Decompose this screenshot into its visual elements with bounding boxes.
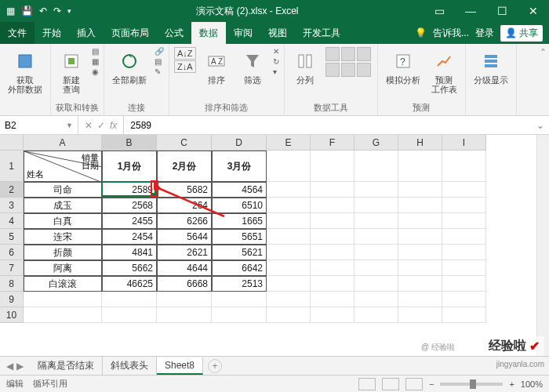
new-query-button[interactable]: 新建 查询 — [56, 47, 87, 96]
cell[interactable]: 司命 — [24, 182, 102, 198]
cell[interactable]: 5682 — [157, 182, 212, 198]
cell[interactable]: 2月份 — [157, 151, 212, 182]
text-to-columns-button[interactable]: 分列 — [289, 47, 321, 86]
relationships-icon[interactable] — [341, 63, 355, 77]
cell[interactable] — [311, 198, 354, 213]
cell[interactable] — [267, 276, 311, 292]
cell[interactable] — [442, 260, 486, 276]
cell[interactable]: 4564 — [212, 182, 267, 198]
cell[interactable] — [442, 151, 486, 182]
cell[interactable] — [311, 276, 354, 292]
tab-formulas[interactable]: 公式 — [157, 22, 191, 44]
fx-icon[interactable]: fx — [110, 120, 117, 131]
cell[interactable] — [311, 292, 354, 307]
tab-view[interactable]: 视图 — [260, 22, 295, 44]
close-icon[interactable]: ✕ — [518, 0, 549, 22]
sheet-tab-0[interactable]: 隔离是否结束 — [30, 357, 103, 375]
view-pagebreak-icon[interactable] — [405, 378, 423, 390]
zoom-out-icon[interactable]: − — [429, 379, 434, 389]
cell[interactable]: 2621 — [157, 245, 212, 260]
from-table-icon[interactable]: ▦ — [92, 57, 99, 66]
connections-icon[interactable]: 🔗 — [155, 47, 164, 56]
cell[interactable] — [354, 307, 398, 323]
edit-links-icon[interactable]: ✎ — [155, 67, 164, 76]
tab-review[interactable]: 审阅 — [226, 22, 260, 44]
cell[interactable] — [354, 213, 398, 229]
cell[interactable] — [398, 182, 442, 198]
cell[interactable] — [398, 229, 442, 245]
cell[interactable]: 2454 — [102, 229, 157, 245]
cell[interactable]: 5662 — [102, 260, 157, 276]
flash-fill-icon[interactable] — [325, 47, 340, 61]
cell[interactable] — [311, 213, 354, 229]
cell[interactable]: 2589 — [102, 182, 157, 198]
col-header-H[interactable]: H — [398, 135, 442, 151]
row-header-8[interactable]: 8 — [0, 276, 24, 292]
cell[interactable] — [442, 276, 486, 292]
cell[interactable] — [311, 229, 354, 245]
advanced-icon[interactable]: ▾ — [273, 67, 279, 76]
expand-formula-icon[interactable]: ⌄ — [532, 120, 549, 131]
cancel-icon[interactable]: ✕ — [85, 120, 93, 131]
col-header-G[interactable]: G — [354, 135, 398, 151]
tab-next-icon[interactable]: ▶ — [16, 361, 24, 372]
col-header-B[interactable]: B — [102, 135, 157, 151]
cell[interactable] — [311, 151, 354, 182]
sort-button[interactable]: A Z 排序 — [201, 47, 232, 86]
ribbon-options-icon[interactable]: ▭ — [424, 0, 455, 22]
validation-icon[interactable] — [357, 47, 371, 61]
recent-sources-icon[interactable]: ◉ — [92, 67, 99, 76]
cell[interactable] — [267, 260, 311, 276]
filter-button[interactable]: 筛选 — [237, 47, 268, 86]
row-header-10[interactable]: 10 — [0, 307, 24, 323]
clear-filter-icon[interactable]: ✕ — [273, 47, 279, 56]
tab-home[interactable]: 开始 — [35, 22, 69, 44]
consolidate-icon[interactable] — [325, 63, 340, 77]
cell[interactable] — [24, 307, 102, 323]
cell[interactable]: 5651 — [212, 229, 267, 245]
row-header-7[interactable]: 7 — [0, 260, 24, 276]
tab-data[interactable]: 数据 — [191, 22, 226, 44]
cell[interactable]: 2568 — [102, 198, 157, 213]
cell[interactable] — [354, 151, 398, 182]
view-layout-icon[interactable] — [382, 378, 399, 390]
cell[interactable]: 4644 — [157, 260, 212, 276]
zoom-in-icon[interactable]: + — [509, 379, 514, 389]
manage-model-icon[interactable] — [357, 63, 371, 77]
cell[interactable] — [212, 292, 267, 307]
cell[interactable]: 264 — [157, 198, 212, 213]
tab-prev-icon[interactable]: ◀ — [6, 361, 13, 372]
cell[interactable]: 1665 — [212, 213, 267, 229]
cell[interactable]: 5621 — [212, 245, 267, 260]
col-header-I[interactable]: I — [442, 135, 486, 151]
col-header-C[interactable]: C — [157, 135, 212, 151]
cell[interactable]: 6642 — [212, 260, 267, 276]
sort-asc-icon[interactable]: A↓Z — [174, 47, 196, 60]
cell[interactable] — [267, 182, 311, 198]
col-header-E[interactable]: E — [267, 135, 311, 151]
tab-file[interactable]: 文件 — [0, 22, 35, 44]
col-header-A[interactable]: A — [24, 135, 102, 151]
tell-me[interactable]: 告诉我... — [433, 27, 469, 40]
show-queries-icon[interactable]: ▤ — [92, 47, 99, 56]
row-header-3[interactable]: 3 — [0, 198, 24, 213]
cell[interactable] — [267, 198, 311, 213]
cell[interactable] — [102, 307, 157, 323]
cell[interactable] — [442, 307, 486, 323]
select-all-corner[interactable] — [0, 135, 24, 151]
cell[interactable] — [398, 151, 442, 182]
col-header-D[interactable]: D — [212, 135, 267, 151]
reapply-icon[interactable]: ↻ — [273, 57, 279, 66]
formula-input[interactable]: 2589 — [124, 120, 532, 131]
remove-dup-icon[interactable] — [341, 47, 355, 61]
row-header-4[interactable]: 4 — [0, 213, 24, 229]
cell[interactable] — [354, 245, 398, 260]
cell[interactable]: 46625 — [102, 276, 157, 292]
share-button[interactable]: 👤 共享 — [500, 25, 543, 42]
tab-insert[interactable]: 插入 — [69, 22, 104, 44]
enter-icon[interactable]: ✓ — [97, 120, 105, 131]
cell[interactable] — [102, 292, 157, 307]
cell[interactable] — [267, 151, 311, 182]
add-sheet-icon[interactable]: + — [208, 359, 222, 373]
cell[interactable] — [354, 229, 398, 245]
